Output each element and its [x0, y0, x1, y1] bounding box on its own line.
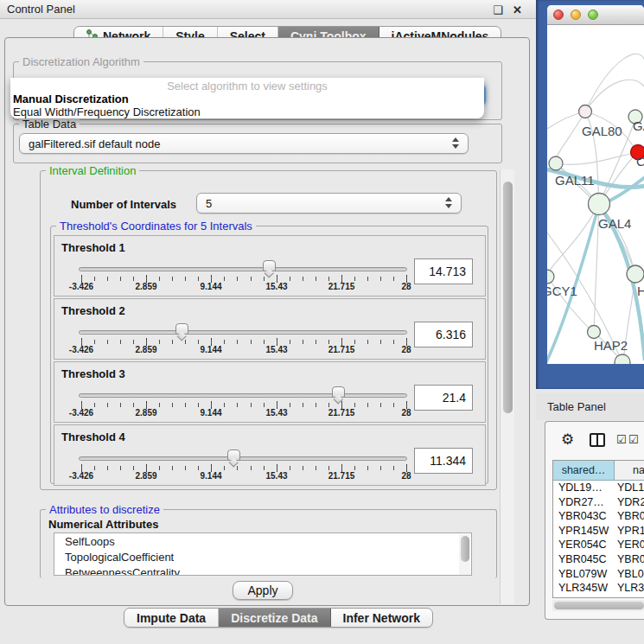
threshold-1-value-field[interactable]: 14.713: [414, 258, 473, 284]
table-row[interactable]: YLR345WYLR3: [553, 581, 644, 596]
node-table: shared… na YDL19…YDL1 YDR27…YDR2 YBR043C…: [552, 460, 644, 598]
threshold-3-panel: Threshold 3 -3.4262.859 9.14415.43 21.71…: [54, 361, 486, 423]
cyni-mode-tabbar: Impute Data Discretize Data Infer Networ…: [124, 608, 433, 628]
table-row[interactable]: YIL052CYIL0: [553, 596, 644, 598]
table-horizontal-scrollbar[interactable]: [552, 600, 644, 611]
attributes-title: Attributes to discretize: [46, 503, 163, 516]
list-item[interactable]: BetweennessCentrality: [54, 564, 471, 576]
table-header-row: shared… na: [553, 461, 644, 481]
node-gal4[interactable]: [589, 194, 610, 215]
threshold-4-panel: Threshold 4 -3.4262.859 9.14415.43 21.71…: [54, 424, 486, 486]
table-row[interactable]: YDL19…YDL1: [553, 481, 644, 495]
attributes-group: Attributes to discretize Numerical Attri…: [40, 509, 497, 578]
threshold-2-panel: Threshold 2 -3.4262.859 9.14415.43 21.71…: [54, 298, 486, 360]
float-window-icon[interactable]: ❑: [493, 3, 503, 16]
node-h[interactable]: [627, 265, 644, 283]
threshold-4-label: Threshold 4: [61, 430, 125, 443]
network-window-titlebar[interactable]: [547, 5, 644, 25]
threshold-4-slider-handle[interactable]: [227, 450, 240, 461]
zoom-traffic-light-icon[interactable]: [588, 10, 598, 20]
thresholds-title: Threshold's Coordinates for 5 Intervals: [56, 220, 256, 233]
combo-stepper-icon: [445, 197, 453, 208]
slider-minor-ticks: [81, 340, 407, 344]
table-panel-header: Table Panel: [536, 393, 644, 420]
network-canvas[interactable]: GAL80 GA C GAL11 GAL4 GCY1 H HAP2: [547, 25, 644, 364]
numerical-attributes-list: SelfLoops TopologicalCoefficient Between…: [54, 532, 472, 576]
interval-definition-title: Interval Definition: [46, 164, 139, 177]
network-window-frame: GAL80 GA C GAL11 GAL4 GCY1 H HAP2: [536, 0, 644, 389]
list-item[interactable]: TopologicalCoefficient: [54, 549, 471, 564]
number-of-intervals-combobox[interactable]: 5: [196, 193, 462, 214]
table-row[interactable]: YBL079WYBL0: [553, 567, 644, 582]
panel-scrollbar[interactable]: [500, 169, 514, 604]
numerical-attributes-label: Numerical Attributes: [48, 518, 158, 531]
number-of-intervals-label: Number of Intervals: [71, 198, 176, 211]
combo-stepper-icon: [452, 137, 460, 149]
threshold-1-slider-handle[interactable]: [263, 260, 276, 271]
dropdown-item-manual-discretization[interactable]: Manual Discretization: [13, 92, 129, 105]
network-window: GAL80 GA C GAL11 GAL4 GCY1 H HAP2: [547, 5, 644, 364]
threshold-3-value-field[interactable]: 21.4: [414, 385, 473, 411]
threshold-1-panel: Threshold 1 -3.4262.859 9.14415.43 21.71…: [54, 235, 486, 296]
svg-text:HAP2: HAP2: [594, 338, 628, 353]
table-row[interactable]: YPR145WYPR1: [553, 524, 644, 539]
node-gal11[interactable]: [549, 156, 563, 170]
table-row[interactable]: YBR043CYBR0: [553, 509, 644, 524]
table-data-title: Table Data: [19, 118, 80, 131]
close-traffic-light-icon[interactable]: [553, 10, 564, 20]
attributes-scrollbar[interactable]: [459, 534, 470, 576]
table-toolbar: ⚙ ☑ ☑: [545, 422, 644, 458]
threshold-4-value-field[interactable]: 11.344: [414, 448, 473, 474]
svg-text:C: C: [636, 154, 644, 169]
column-selector-icon[interactable]: [590, 433, 605, 447]
table-data-group: Table Data galFiltered.sif default node: [13, 124, 502, 163]
tab-infer-network[interactable]: Infer Network: [331, 609, 432, 627]
slider-minor-ticks: [81, 403, 407, 407]
close-icon[interactable]: ✕: [513, 3, 522, 16]
threshold-1-label: Threshold 1: [61, 241, 125, 254]
svg-text:GAL4: GAL4: [598, 216, 631, 231]
control-panel-titlebar: Control Panel ❑ ✕: [0, 0, 536, 19]
svg-text:GAL11: GAL11: [555, 173, 595, 188]
tab-impute-data[interactable]: Impute Data: [124, 609, 219, 627]
thresholds-group: Threshold's Coordinates for 5 Intervals …: [50, 226, 488, 484]
svg-text:GA: GA: [633, 118, 644, 133]
discretization-algorithm-title: Discretization Algorithm: [19, 55, 143, 68]
threshold-4-slider-track[interactable]: [79, 456, 407, 461]
scrollbar-thumb[interactable]: [554, 602, 644, 609]
threshold-2-slider-track[interactable]: [79, 330, 407, 335]
minimize-traffic-light-icon[interactable]: [571, 10, 581, 20]
window-title: Control Panel: [7, 3, 75, 16]
tab-discretize-data[interactable]: Discretize Data: [219, 609, 330, 627]
threshold-3-slider-handle[interactable]: [332, 386, 345, 398]
checkbox-icon[interactable]: ☑: [628, 433, 639, 446]
threshold-2-label: Threshold 2: [61, 304, 125, 317]
checkbox-icon[interactable]: ☑: [616, 433, 627, 446]
table-row[interactable]: YER054CYER0: [553, 538, 644, 552]
threshold-2-value-field[interactable]: 6.316: [414, 322, 473, 348]
slider-minor-ticks: [81, 277, 407, 281]
node-gal80[interactable]: [579, 105, 592, 118]
table-data-combobox[interactable]: galFiltered.sif default node: [19, 133, 469, 154]
threshold-2-slider-handle[interactable]: [175, 323, 188, 335]
dropdown-item-equal-width-frequency[interactable]: Equal Width/Frequency Discretization: [13, 105, 201, 118]
gear-icon[interactable]: ⚙: [561, 430, 574, 449]
scrollbar-thumb[interactable]: [503, 182, 513, 413]
table-row[interactable]: YDR27…YDR2: [553, 495, 644, 510]
cyni-toolbox-panel: Discretization Algorithm Table Data galF…: [4, 37, 530, 606]
column-header-name[interactable]: na: [615, 461, 644, 480]
column-header-shared-name[interactable]: shared…: [553, 461, 615, 480]
svg-text:GCY1: GCY1: [547, 284, 577, 298]
threshold-1-slider-track[interactable]: [79, 267, 407, 271]
table-row[interactable]: YBR045CYBR0: [553, 552, 644, 567]
apply-button[interactable]: Apply: [233, 581, 293, 600]
table-panel: ⚙ ☑ ☑ shared… na YDL19…YDL1 YDR27…YDR2 Y…: [545, 421, 644, 620]
list-item[interactable]: SelfLoops: [54, 533, 471, 549]
node-gcy1[interactable]: [547, 270, 554, 284]
interval-definition-group: Interval Definition Number of Intervals …: [40, 170, 497, 490]
threshold-3-slider-track[interactable]: [79, 393, 407, 398]
algorithm-dropdown-popup: Select algorithm to view settings Manual…: [10, 78, 484, 118]
node-hap2[interactable]: [588, 326, 601, 339]
dropdown-placeholder: Select algorithm to view settings: [10, 80, 484, 92]
slider-minor-ticks: [81, 466, 407, 470]
